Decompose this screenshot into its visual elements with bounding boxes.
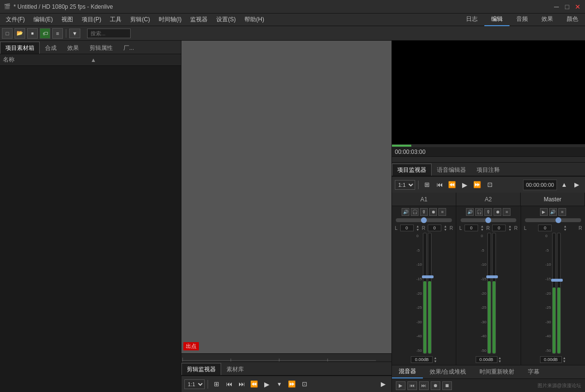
prev-frame-button[interactable]: ⏪ (249, 379, 259, 390)
a2-left-fader[interactable] (487, 233, 491, 354)
a1-left-fader[interactable] (423, 233, 427, 354)
menu-settings[interactable]: 设置(S) (212, 15, 240, 25)
tab-project-notes[interactable]: 项目注释 (471, 164, 505, 176)
a1-pan-handle[interactable] (421, 217, 427, 223)
a2-db-spin[interactable]: ▲▼ (498, 356, 502, 363)
a2-l-input[interactable] (465, 225, 478, 231)
tab-effects-left[interactable]: 效果 (62, 42, 84, 54)
mixer-stop-button[interactable]: ⏹ (442, 381, 452, 390)
master-pan-handle[interactable] (555, 217, 561, 223)
tab-effects[interactable]: 效果 (535, 13, 560, 26)
menu-view[interactable]: 视图 (58, 15, 77, 25)
a1-record-button[interactable]: ⏺ (429, 208, 437, 216)
a1-db-spin[interactable]: ▲▼ (434, 356, 437, 363)
a1-db-input[interactable] (411, 356, 433, 363)
filter-dropdown-button[interactable]: ▼ (69, 29, 80, 38)
tab-media-library[interactable]: 素材库 (221, 363, 249, 375)
right-play-button[interactable]: ▶ (459, 180, 470, 190)
a1-speaker-button[interactable]: 🔊 (402, 208, 409, 216)
menu-monitor[interactable]: 监视器 (186, 15, 211, 25)
tab-edit[interactable]: 编辑 (484, 13, 510, 26)
menu-tools[interactable]: 工具 (106, 15, 125, 25)
in-point-button[interactable]: ⏮ (224, 379, 234, 390)
tab-mixer[interactable]: 混音器 (392, 365, 423, 378)
play-dropdown-button[interactable]: ▾ (274, 379, 285, 390)
master-play-button[interactable]: ▶ (540, 208, 548, 216)
tab-project-bin[interactable]: 项目素材箱 (0, 42, 40, 54)
a1-extra-button[interactable]: ≡ (438, 208, 446, 216)
a2-l-spin[interactable]: ▲▼ (480, 225, 484, 231)
a2-db-input[interactable] (476, 356, 497, 363)
a2-r-input[interactable] (492, 225, 506, 231)
a2-mic-button[interactable]: 🎙 (484, 208, 492, 216)
master-db-input[interactable] (540, 356, 562, 363)
master-extra-button[interactable]: ≡ (558, 208, 566, 216)
tab-audio[interactable]: 音频 (510, 13, 535, 26)
tab-subtitle[interactable]: 字幕 (521, 366, 546, 378)
list-view-button[interactable]: ≡ (52, 28, 63, 39)
tab-clip-props[interactable]: 剪辑属性 (84, 42, 118, 54)
mixer-record-button[interactable]: ⏺ (431, 381, 440, 390)
save-button[interactable]: ■ (27, 28, 38, 39)
menu-timeline[interactable]: 时间轴(I) (155, 15, 185, 25)
a1-right-fader[interactable] (428, 233, 432, 354)
menu-help[interactable]: 帮助(H) (240, 15, 268, 25)
tab-clip-monitor[interactable]: 剪辑监视器 (181, 363, 221, 375)
right-fit-button[interactable]: ⊞ (421, 180, 432, 190)
next-frame-button[interactable]: ⏩ (286, 379, 297, 390)
a1-right-handle[interactable] (427, 275, 434, 278)
open-clip-button[interactable]: 📂 (15, 28, 25, 39)
a2-pan-handle[interactable] (485, 217, 491, 223)
master-right-fader[interactable] (557, 233, 561, 354)
search-input[interactable] (87, 29, 131, 38)
master-db-spin[interactable]: ▲▼ (563, 356, 566, 363)
tab-project-monitor[interactable]: 项目监视器 (392, 164, 432, 176)
a2-headphone-button[interactable]: 🎧 (475, 208, 483, 216)
tab-log[interactable]: 日志 (459, 13, 484, 26)
minimize-button[interactable]: ─ (553, 3, 560, 10)
a2-extra-button[interactable]: ≡ (503, 208, 510, 216)
a2-right-fader[interactable] (492, 233, 496, 354)
master-l-input[interactable] (538, 225, 552, 231)
menu-project[interactable]: 项目(P) (78, 15, 105, 25)
master-speaker-button[interactable]: 🔊 (549, 208, 557, 216)
out-point-button[interactable]: ⏭ (236, 379, 247, 390)
tab-color[interactable]: 颜色 (560, 13, 585, 26)
a2-r-spin[interactable]: ▲▼ (508, 225, 511, 231)
a2-right-handle[interactable] (491, 275, 498, 278)
play-button-middle[interactable]: ▶ (261, 379, 272, 390)
a2-record-button[interactable]: ⏺ (494, 208, 501, 216)
a1-pan-slider[interactable] (396, 218, 451, 222)
loop-button[interactable]: ⊡ (299, 379, 310, 390)
tab-effect-stack[interactable]: 效果/合成堆栈 (423, 366, 473, 378)
mixer-next-button[interactable]: ⏭ (419, 381, 429, 390)
menu-edit[interactable]: 编辑(E) (30, 15, 57, 25)
tab-composite[interactable]: 合成 (40, 42, 62, 54)
a2-pan-slider[interactable] (461, 218, 516, 222)
a1-l-spin[interactable]: ▲▼ (416, 225, 420, 231)
master-left-fader[interactable] (552, 233, 556, 354)
menu-clip[interactable]: 剪辑(C) (126, 15, 154, 25)
tab-speech-editor[interactable]: 语音编辑器 (432, 164, 471, 176)
a1-r-input[interactable] (428, 225, 441, 231)
right-in-point[interactable]: ⏮ (434, 180, 445, 190)
right-next-frame[interactable]: ⏩ (472, 180, 482, 190)
master-pan-slider[interactable] (525, 218, 581, 222)
zoom-select-middle[interactable]: 1:1 (184, 379, 205, 389)
tag-button[interactable]: 🏷 (40, 28, 50, 39)
mixer-prev-button[interactable]: ⏮ (407, 381, 417, 390)
close-button[interactable]: ✕ (574, 3, 581, 10)
a1-mic-button[interactable]: 🎙 (420, 208, 428, 216)
more-options-button[interactable]: ▶ (378, 379, 389, 390)
right-loop-button[interactable]: ⊡ (484, 180, 495, 190)
master-right-handle[interactable] (556, 279, 563, 282)
menu-file[interactable]: 文件(F) (2, 15, 29, 25)
right-timecode-more[interactable]: ▶ (571, 180, 582, 190)
clip-bin-collapse[interactable]: ▲ (90, 57, 178, 63)
a1-l-input[interactable] (400, 225, 414, 231)
a2-speaker-button[interactable]: 🔊 (466, 208, 474, 216)
right-prev-frame[interactable]: ⏪ (447, 180, 457, 190)
a1-r-spin[interactable]: ▲▼ (444, 225, 447, 231)
tab-time-remap[interactable]: 时间重新映射 (473, 366, 521, 378)
fit-to-screen-button[interactable]: ⊞ (211, 379, 222, 390)
